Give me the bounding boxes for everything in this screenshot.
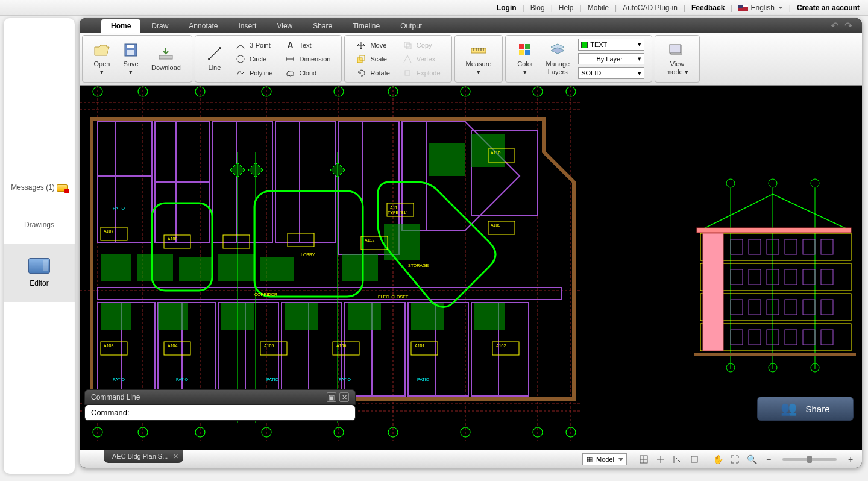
zoom-slider[interactable] — [782, 458, 837, 461]
tab-view[interactable]: View — [267, 19, 302, 33]
ortho-icon[interactable] — [654, 453, 667, 466]
people-icon: 👥 — [781, 401, 797, 417]
measure-button[interactable]: Measure▾ — [460, 38, 498, 80]
save-button[interactable]: Save▾ — [116, 38, 145, 80]
copy-icon — [402, 40, 413, 51]
polar-icon[interactable] — [688, 453, 701, 466]
snap-grid-icon[interactable] — [637, 453, 650, 466]
vertex-icon — [402, 54, 413, 64]
tab-annotate[interactable]: Annotate — [179, 19, 227, 33]
copy-button[interactable]: Copy — [398, 38, 444, 52]
cloud-button[interactable]: Cloud — [281, 66, 334, 80]
tab-share[interactable]: Share — [303, 19, 342, 33]
editor-frame: Home Draw Annotate Insert View Share Tim… — [80, 18, 862, 468]
download-button[interactable]: Download — [145, 38, 187, 80]
create-account-link[interactable]: Create an account — [797, 4, 860, 12]
polyline-button[interactable]: Polyline — [231, 66, 277, 80]
tab-home[interactable]: Home — [101, 19, 140, 33]
redo-button[interactable]: ↷ — [844, 20, 852, 31]
svg-rect-192 — [691, 456, 697, 462]
circle-button[interactable]: Circle — [231, 52, 277, 66]
help-link[interactable]: Help — [559, 4, 574, 12]
rotate-button[interactable]: Rotate — [352, 66, 393, 80]
zoom-out-icon[interactable]: − — [762, 453, 775, 466]
explode-icon — [402, 68, 413, 78]
cloud-icon — [285, 68, 295, 78]
undo-button[interactable]: ↶ — [831, 20, 838, 31]
model-space-dropdown[interactable]: ▦Model — [582, 453, 627, 465]
svg-text:PATIO: PATIO — [176, 377, 189, 382]
login-link[interactable]: Login — [497, 4, 517, 12]
svg-text:A102: A102 — [496, 344, 506, 348]
scale-button[interactable]: Scale — [352, 52, 393, 66]
move-icon — [356, 40, 366, 51]
command-input[interactable]: Command: — [84, 405, 356, 421]
close-file-icon[interactable]: ✕ — [173, 453, 178, 461]
move-button[interactable]: Move — [352, 38, 393, 52]
svg-text:PATIO: PATIO — [339, 377, 351, 382]
svg-rect-180 — [785, 330, 797, 345]
line-button[interactable]: Line — [200, 38, 229, 80]
blog-link[interactable]: Blog — [530, 4, 545, 12]
svg-rect-158 — [703, 233, 723, 351]
svg-rect-171 — [731, 300, 743, 315]
sidebar-item-messages[interactable]: Messages (1) — [4, 169, 75, 206]
command-collapse-button[interactable]: ▣ — [327, 392, 336, 402]
share-button[interactable]: 👥 Share — [757, 397, 854, 421]
svg-rect-177 — [731, 330, 743, 345]
osnap-icon[interactable] — [671, 453, 684, 466]
svg-rect-102 — [348, 303, 381, 330]
open-button[interactable]: Open▾ — [87, 38, 116, 80]
ruler-icon — [470, 42, 487, 58]
command-close-button[interactable]: ✕ — [339, 392, 349, 402]
drawing-canvas[interactable]: LOBBY CORRIDOR STORAGE ELEC. CLOSET A11 … — [80, 86, 862, 450]
tab-output[interactable]: Output — [391, 19, 432, 33]
mobile-link[interactable]: Mobile — [588, 4, 609, 12]
explode-button[interactable]: Explode — [398, 66, 444, 80]
svg-rect-14 — [406, 44, 411, 49]
manage-layers-button[interactable]: Manage Layers — [539, 38, 576, 80]
svg-text:CORRIDOR: CORRIDOR — [254, 292, 277, 297]
color-button[interactable]: Color▾ — [511, 38, 539, 80]
dimension-button[interactable]: Dimension — [281, 52, 334, 66]
3point-button[interactable]: 3-Point — [231, 38, 277, 52]
command-line-panel: Command Line ▣ ✕ Command: — [84, 389, 356, 421]
ribbon-panel-measure: Measure▾ — [454, 35, 503, 83]
file-tab[interactable]: AEC Bldg Plan S...✕ — [104, 450, 183, 463]
zoom-extents-icon[interactable] — [728, 453, 741, 466]
vertex-button[interactable]: Vertex — [398, 52, 444, 66]
language-selector[interactable]: English — [738, 4, 782, 12]
svg-rect-166 — [749, 269, 761, 285]
window-icon — [668, 42, 685, 58]
feedback-link[interactable]: Feedback — [691, 4, 725, 12]
sidebar-item-drawings[interactable]: Drawings — [4, 206, 75, 244]
tab-insert[interactable]: Insert — [228, 19, 266, 33]
sidebar-item-editor[interactable]: Editor — [4, 244, 75, 302]
svg-text:PATIO: PATIO — [266, 377, 279, 382]
svg-point-149 — [811, 179, 819, 187]
svg-rect-153 — [697, 228, 851, 233]
svg-rect-24 — [519, 50, 524, 55]
layer-dropdown[interactable]: TEXT▾ — [578, 39, 644, 51]
view-mode-button[interactable]: View mode ▾ — [660, 38, 694, 80]
svg-rect-91 — [179, 257, 212, 281]
scale-icon — [356, 54, 366, 64]
zoom-in-icon[interactable]: + — [844, 453, 857, 466]
svg-rect-22 — [519, 44, 524, 49]
svg-rect-113 — [288, 233, 314, 247]
text-button[interactable]: AText — [281, 38, 334, 52]
pan-icon[interactable]: ✋ — [711, 453, 725, 466]
ribbon-tabbar: Home Draw Annotate Insert View Share Tim… — [80, 18, 862, 33]
svg-rect-99 — [158, 303, 188, 330]
svg-point-6 — [219, 47, 221, 49]
plugin-link[interactable]: AutoCAD Plug-in — [623, 4, 678, 12]
lineweight-dropdown[interactable]: —— By Layer ——▾ — [578, 53, 644, 65]
tab-draw[interactable]: Draw — [142, 19, 178, 33]
tab-timeline[interactable]: Timeline — [343, 19, 389, 33]
svg-text:A110: A110 — [491, 151, 500, 155]
svg-rect-159 — [731, 239, 743, 254]
svg-text:STORAGE: STORAGE — [408, 263, 429, 268]
svg-rect-169 — [803, 269, 815, 285]
zoom-icon[interactable]: 🔍 — [745, 453, 758, 466]
linetype-dropdown[interactable]: SOLID ————▾ — [578, 67, 644, 79]
